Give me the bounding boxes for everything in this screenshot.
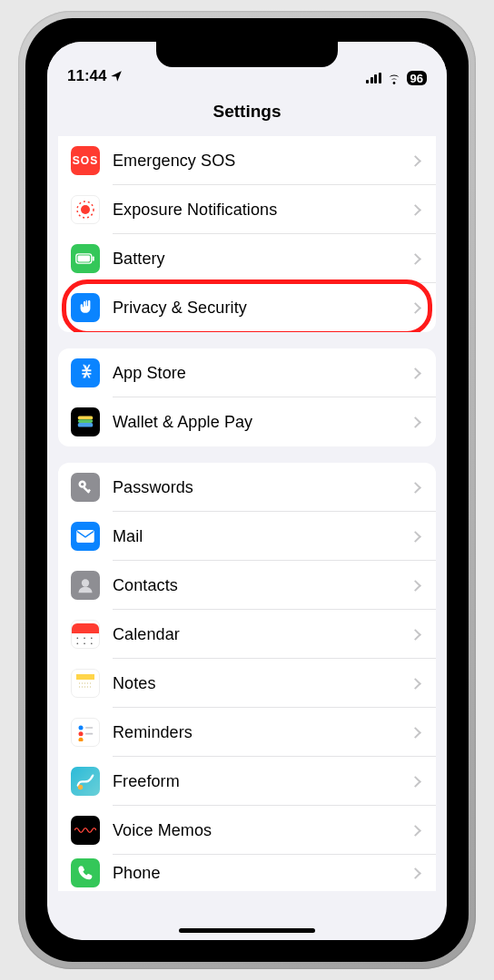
chevron-right-icon [410, 204, 421, 216]
battery-icon [71, 244, 100, 273]
settings-list[interactable]: SOSEmergency SOSExposure NotificationsBa… [47, 136, 447, 891]
location-arrow-icon [110, 70, 123, 83]
svg-rect-12 [76, 530, 94, 543]
settings-row-reminders[interactable]: Reminders [58, 708, 436, 757]
phone-outer-frame: 11:44 96 Settings SOSEmergency SOSExposu… [18, 11, 476, 969]
settings-row-battery[interactable]: Battery [58, 234, 436, 283]
sos-icon: SOS [71, 146, 100, 175]
settings-row-phone[interactable]: Phone [58, 855, 436, 891]
chevron-right-icon [410, 368, 421, 379]
svg-point-23 [78, 785, 84, 790]
settings-row-app-store[interactable]: App Store [58, 348, 436, 397]
device-background: 11:44 96 Settings SOSEmergency SOSExposu… [0, 0, 494, 980]
svg-rect-14 [76, 674, 94, 680]
chevron-right-icon [410, 629, 421, 641]
row-label: Phone [113, 864, 411, 883]
phone-icon [71, 858, 100, 887]
battery-percentage: 96 [407, 71, 427, 85]
chevron-right-icon [410, 416, 421, 428]
row-label: Calendar [113, 625, 411, 644]
settings-row-calendar[interactable]: • • •• • •Calendar [58, 610, 436, 659]
settings-group: SOSEmergency SOSExposure NotificationsBa… [58, 136, 436, 332]
chevron-right-icon [410, 867, 421, 879]
settings-group: PasswordsMailContacts• • •• • •CalendarN… [58, 463, 436, 891]
svg-point-13 [82, 579, 89, 586]
settings-row-exposure-notifications[interactable]: Exposure Notifications [58, 185, 436, 234]
home-indicator[interactable] [179, 928, 315, 933]
row-label: Passwords [113, 478, 411, 497]
status-time: 11:44 [67, 67, 106, 85]
row-label: Emergency SOS [113, 152, 411, 171]
svg-point-20 [79, 738, 84, 741]
notch [156, 42, 338, 67]
row-label: Voice Memos [113, 821, 411, 840]
exposure-icon [71, 195, 100, 224]
voicememos-icon [71, 816, 100, 845]
settings-row-freeform[interactable]: Freeform [58, 757, 436, 806]
reminders-icon [71, 718, 100, 747]
settings-row-emergency-sos[interactable]: SOSEmergency SOS [58, 136, 436, 185]
svg-point-9 [81, 483, 84, 485]
status-left: 11:44 [67, 67, 123, 85]
settings-row-wallet-apple-pay[interactable]: Wallet & Apple Pay [58, 397, 436, 446]
status-right: 96 [366, 71, 427, 85]
row-label: App Store [113, 364, 411, 383]
chevron-right-icon [410, 155, 421, 167]
svg-point-19 [79, 731, 84, 736]
row-label: Freeform [113, 772, 411, 791]
cellular-signal-icon [366, 73, 381, 83]
notes-icon [71, 669, 100, 698]
row-label: Battery [113, 250, 411, 269]
calendar-icon: • • •• • • [71, 620, 100, 649]
page-title: Settings [47, 89, 447, 132]
row-label: Reminders [113, 723, 411, 742]
svg-rect-15 [76, 680, 94, 692]
freeform-icon [71, 767, 100, 796]
svg-point-18 [79, 726, 84, 730]
settings-row-privacy-security[interactable]: Privacy & Security [58, 283, 436, 332]
svg-rect-22 [85, 733, 93, 735]
hand-icon [71, 293, 100, 322]
mail-icon [71, 522, 100, 551]
chevron-right-icon [410, 727, 421, 739]
chevron-right-icon [410, 678, 421, 690]
settings-row-passwords[interactable]: Passwords [58, 463, 436, 512]
svg-rect-3 [78, 256, 91, 262]
svg-rect-4 [93, 256, 94, 260]
settings-row-voice-memos[interactable]: Voice Memos [58, 806, 436, 855]
row-label: Exposure Notifications [113, 201, 411, 220]
key-icon [71, 473, 100, 502]
row-label: Privacy & Security [113, 299, 411, 318]
chevron-right-icon [410, 776, 421, 788]
svg-rect-21 [85, 727, 93, 729]
contacts-icon [71, 571, 100, 600]
settings-row-notes[interactable]: Notes [58, 659, 436, 708]
appstore-icon [71, 358, 100, 387]
chevron-right-icon [410, 482, 421, 494]
svg-rect-5 [78, 416, 94, 420]
wifi-icon [386, 73, 402, 84]
svg-point-0 [81, 205, 90, 214]
phone-bezel: 11:44 96 Settings SOSEmergency SOSExposu… [25, 18, 469, 962]
wallet-icon [71, 407, 100, 436]
row-label: Mail [113, 527, 411, 546]
chevron-right-icon [410, 580, 421, 592]
chevron-right-icon [410, 825, 421, 837]
row-label: Notes [113, 674, 411, 693]
chevron-right-icon [410, 302, 421, 314]
row-label: Wallet & Apple Pay [113, 413, 411, 432]
settings-row-contacts[interactable]: Contacts [58, 561, 436, 610]
screen: 11:44 96 Settings SOSEmergency SOSExposu… [47, 42, 447, 940]
svg-rect-6 [78, 419, 94, 423]
svg-rect-7 [78, 423, 94, 427]
chevron-right-icon [410, 531, 421, 543]
row-label: Contacts [113, 576, 411, 595]
chevron-right-icon [410, 253, 421, 265]
settings-row-mail[interactable]: Mail [58, 512, 436, 561]
settings-group: App StoreWallet & Apple Pay [58, 348, 436, 446]
